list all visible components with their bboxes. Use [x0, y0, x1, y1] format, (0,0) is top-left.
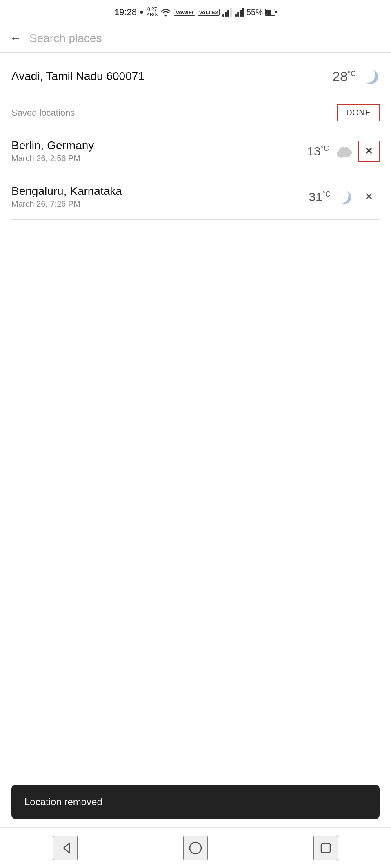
location-item-bengaluru: Bengaluru, Karnataka March 26, 7:26 PM 3… [11, 174, 380, 220]
svg-rect-4 [235, 14, 237, 17]
nav-back-icon [58, 841, 73, 855]
moon-icon-small [336, 189, 353, 205]
current-location-row: Avadi, Tamil Nadu 600071 28°C [0, 53, 391, 100]
moon-icon [362, 67, 380, 85]
current-weather: 28°C [332, 67, 380, 85]
svg-marker-15 [64, 843, 69, 853]
svg-rect-5 [237, 12, 239, 17]
status-dot [140, 11, 143, 14]
location-name-bengaluru: Bengaluru, Karnataka [11, 185, 122, 198]
svg-rect-7 [242, 8, 244, 17]
saved-locations-header: Saved locations DONE [11, 100, 380, 128]
nav-recent-icon [318, 841, 333, 855]
volte-icon: VoLTE2 [198, 9, 220, 16]
saved-locations-section: Saved locations DONE Berlin, Germany Mar… [0, 100, 391, 220]
snackbar-message: Location removed [24, 796, 102, 807]
location-time-bengaluru: March 26, 7:26 PM [11, 199, 122, 209]
svg-rect-17 [321, 844, 330, 853]
location-info-berlin: Berlin, Germany March 26, 2:56 PM [11, 139, 94, 163]
status-time: 19:28 [114, 7, 137, 18]
svg-rect-3 [230, 8, 232, 17]
location-right-berlin: 13°C ✕ [307, 141, 380, 162]
signal-icon-1 [222, 8, 232, 17]
current-location-name: Avadi, Tamil Nadu 600071 [11, 70, 144, 83]
back-button[interactable]: ← [10, 32, 21, 45]
remove-bengaluru-button[interactable]: ✕ [358, 186, 380, 208]
berlin-temp: 13°C [307, 144, 329, 158]
svg-rect-6 [240, 10, 242, 17]
svg-rect-10 [275, 11, 277, 13]
svg-point-14 [343, 147, 349, 152]
search-input[interactable]: Search places [29, 32, 102, 45]
svg-rect-0 [222, 14, 224, 17]
nav-home-icon [188, 841, 203, 855]
location-info-bengaluru: Bengaluru, Karnataka March 26, 7:26 PM [11, 185, 122, 209]
nav-recent-button[interactable] [313, 836, 338, 860]
nav-home-button[interactable] [183, 836, 208, 860]
location-right-bengaluru: 31°C ✕ [309, 186, 380, 208]
svg-rect-9 [266, 10, 271, 15]
svg-rect-1 [225, 12, 227, 17]
svg-point-16 [190, 842, 201, 854]
done-button[interactable]: DONE [337, 104, 380, 121]
saved-locations-label: Saved locations [11, 108, 75, 118]
battery-percent: 55% [247, 8, 263, 17]
svg-rect-2 [227, 10, 229, 17]
nav-bar [0, 827, 391, 868]
status-speed: 0.27 KB/S [147, 7, 158, 18]
battery-icon [265, 8, 277, 16]
current-temp: 28°C [332, 68, 356, 84]
nav-back-button[interactable] [53, 836, 78, 860]
status-icons: 0.27 KB/S VoWIFI VoLTE2 55% [147, 7, 277, 18]
wifi-icon [160, 8, 171, 17]
signal-icon-2 [234, 8, 244, 17]
search-header: ← Search places [0, 24, 391, 53]
location-item-berlin: Berlin, Germany March 26, 2:56 PM 13°C ✕ [11, 128, 380, 174]
cloud-icon [335, 144, 353, 158]
remove-berlin-button[interactable]: ✕ [358, 141, 380, 162]
location-name-berlin: Berlin, Germany [11, 139, 94, 152]
bengaluru-temp: 31°C [309, 190, 331, 204]
status-bar: 19:28 0.27 KB/S VoWIFI VoLTE2 [0, 0, 391, 24]
vowifi-icon: VoWIFI [174, 9, 195, 16]
snackbar: Location removed [11, 785, 380, 819]
location-time-berlin: March 26, 2:56 PM [11, 154, 94, 163]
